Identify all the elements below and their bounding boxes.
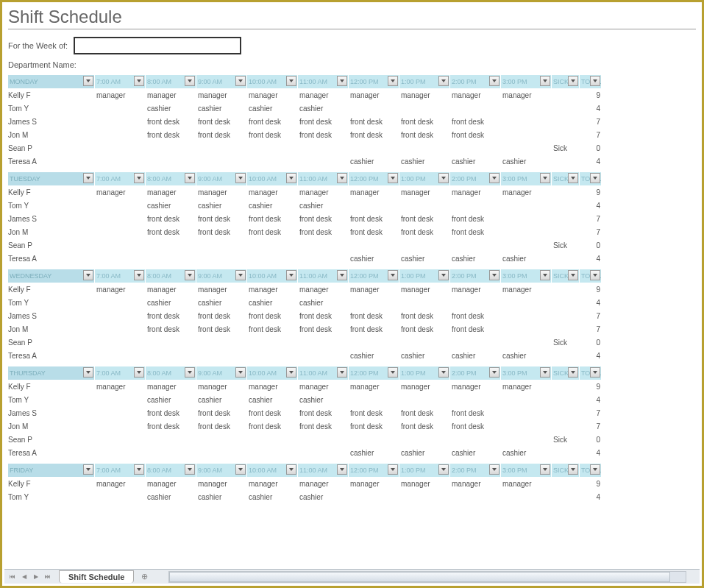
shift-cell[interactable]: front desk [146,325,196,333]
shift-cell[interactable]: manager [196,91,247,99]
shift-cell[interactable]: front desk [196,118,247,126]
filter-dropdown-icon[interactable] [568,270,578,280]
sick-header[interactable]: SICK? [552,172,580,185]
time-header[interactable]: 9:00 AM [196,366,247,380]
shift-cell[interactable]: front desk [146,312,196,320]
sick-cell[interactable]: Sick [552,144,580,152]
employee-name[interactable]: James S [8,118,95,126]
shift-cell[interactable]: cashier [450,449,501,457]
shift-cell[interactable]: manager [399,286,450,294]
shift-cell[interactable]: cashier [399,255,450,263]
shift-cell[interactable]: manager [196,286,247,294]
tab-nav-last[interactable]: ⏭ [43,572,53,582]
time-header[interactable]: 2:00 PM [450,75,501,88]
employee-name[interactable]: Tom Y [8,396,95,404]
time-header[interactable]: 3:00 PM [501,75,552,88]
employee-name[interactable]: Tom Y [8,202,95,210]
filter-dropdown-icon[interactable] [235,367,246,378]
filter-dropdown-icon[interactable] [83,270,93,280]
filter-dropdown-icon[interactable] [388,76,398,86]
shift-cell[interactable]: manager [196,188,247,196]
shift-cell[interactable]: front desk [450,228,501,236]
shift-cell[interactable]: cashier [450,352,501,360]
employee-name[interactable]: James S [8,312,95,320]
shift-cell[interactable]: manager [450,480,501,488]
shift-cell[interactable]: manager [196,480,247,488]
filter-dropdown-icon[interactable] [590,367,600,378]
filter-dropdown-icon[interactable] [134,464,144,475]
time-header[interactable]: 8:00 AM [146,464,196,477]
shift-cell[interactable]: manager [501,383,552,391]
shift-cell[interactable]: cashier [146,299,196,307]
shift-cell[interactable]: manager [399,91,450,99]
filter-dropdown-icon[interactable] [438,367,449,378]
shift-cell[interactable]: manager [450,188,501,196]
shift-cell[interactable]: front desk [349,409,399,417]
shift-cell[interactable]: cashier [196,396,247,404]
tab-nav-first[interactable]: ⏮ [7,572,18,582]
shift-cell[interactable]: cashier [298,396,349,404]
shift-cell[interactable]: cashier [196,202,247,210]
tab-nav-prev[interactable]: ◀ [19,572,29,582]
filter-dropdown-icon[interactable] [286,76,296,86]
shift-cell[interactable]: manager [349,286,399,294]
filter-dropdown-icon[interactable] [540,367,550,378]
time-header[interactable]: 8:00 AM [146,75,196,88]
filter-dropdown-icon[interactable] [286,464,296,475]
filter-dropdown-icon[interactable] [83,173,93,183]
shift-cell[interactable]: front desk [196,312,247,320]
shift-cell[interactable]: manager [450,383,501,391]
shift-cell[interactable]: front desk [146,422,196,431]
time-header[interactable]: 7:00 AM [95,366,146,380]
filter-dropdown-icon[interactable] [185,173,195,183]
shift-cell[interactable]: manager [349,480,399,488]
shift-cell[interactable]: front desk [349,215,399,223]
shift-cell[interactable]: manager [247,286,298,294]
shift-cell[interactable]: front desk [196,215,247,223]
shift-cell[interactable]: manager [501,286,552,294]
shift-cell[interactable]: front desk [450,215,501,223]
filter-dropdown-icon[interactable] [83,367,93,378]
time-header[interactable]: 7:00 AM [95,75,146,88]
shift-cell[interactable]: manager [501,480,552,488]
shift-cell[interactable]: manager [247,91,298,99]
filter-dropdown-icon[interactable] [590,76,600,86]
shift-cell[interactable]: manager [501,91,552,99]
filter-dropdown-icon[interactable] [388,464,398,475]
shift-cell[interactable]: front desk [196,422,247,431]
sheet-tab-active[interactable]: Shift Schedule [59,570,134,583]
time-header[interactable]: 10:00 AM [247,464,298,477]
shift-cell[interactable]: front desk [146,131,196,139]
employee-name[interactable]: Kelly F [8,383,95,391]
shift-cell[interactable]: cashier [399,449,450,457]
shift-cell[interactable]: manager [450,286,501,294]
shift-cell[interactable]: front desk [349,325,399,333]
time-header[interactable]: 9:00 AM [196,464,247,477]
employee-name[interactable]: Kelly F [8,286,95,294]
total-header[interactable]: TOTAL [580,75,602,88]
time-header[interactable]: 7:00 AM [95,269,146,283]
shift-cell[interactable]: cashier [399,157,450,166]
shift-cell[interactable]: cashier [450,157,501,166]
employee-name[interactable]: Kelly F [8,188,95,196]
shift-cell[interactable]: manager [146,91,196,99]
filter-dropdown-icon[interactable] [438,464,449,475]
employee-name[interactable]: Jon M [8,325,95,333]
sick-header[interactable]: SICK? [552,269,580,283]
shift-cell[interactable]: manager [501,188,552,196]
time-header[interactable]: 3:00 PM [501,464,552,477]
time-header[interactable]: 11:00 AM [298,269,349,283]
shift-cell[interactable]: manager [196,383,247,391]
time-header[interactable]: 8:00 AM [146,269,196,283]
sick-header[interactable]: SICK? [552,75,580,88]
sick-header[interactable]: SICK? [552,464,580,477]
time-header[interactable]: 7:00 AM [95,464,146,477]
shift-cell[interactable]: cashier [146,493,196,501]
filter-dropdown-icon[interactable] [337,270,347,280]
time-header[interactable]: 10:00 AM [247,172,298,185]
filter-dropdown-icon[interactable] [388,173,398,183]
filter-dropdown-icon[interactable] [489,270,499,280]
filter-dropdown-icon[interactable] [134,76,144,86]
sick-cell[interactable]: Sick [552,241,580,249]
time-header[interactable]: 12:00 PM [349,366,399,380]
